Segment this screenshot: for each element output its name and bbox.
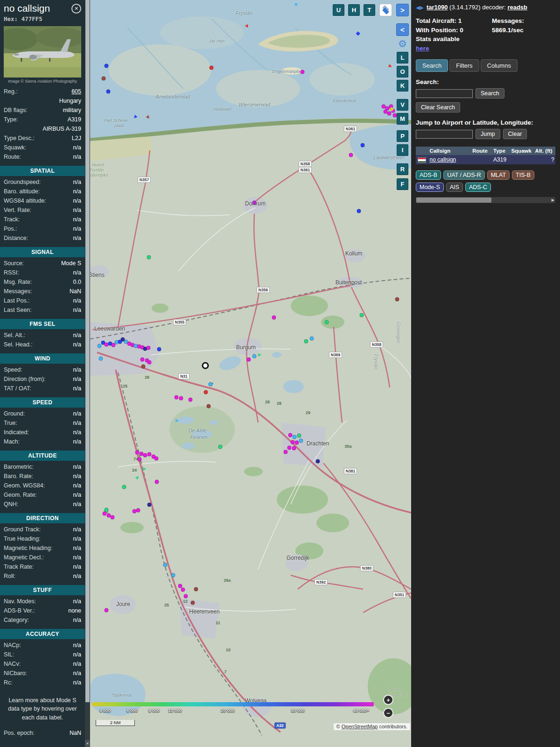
- aircraft-icon[interactable]: ▲: [175, 418, 180, 423]
- aircraft-icon[interactable]: ◆: [389, 106, 393, 112]
- map-mode-button[interactable]: U: [333, 4, 344, 16]
- aircraft-position-dot[interactable]: [135, 451, 140, 455]
- aircraft-position-dot[interactable]: [102, 77, 106, 81]
- aircraft-position-dot[interactable]: [357, 209, 361, 213]
- settings-gear-icon[interactable]: ⚙: [398, 39, 407, 49]
- detail-panel-scrollbar[interactable]: ▼: [85, 0, 90, 747]
- source-filter-chip[interactable]: MLAT: [487, 170, 510, 180]
- aircraft-position-dot[interactable]: [360, 313, 364, 317]
- aircraft-position-dot[interactable]: [293, 435, 297, 439]
- aircraft-position-dot[interactable]: [184, 594, 188, 599]
- aircraft-position-dot[interactable]: [210, 66, 214, 70]
- map-letter-button[interactable]: F: [397, 178, 408, 190]
- stats-here-link[interactable]: here: [416, 45, 429, 52]
- aircraft-position-dot[interactable]: [136, 508, 140, 513]
- source-filter-chip[interactable]: ADS-B: [416, 170, 441, 180]
- zoom-in-button[interactable]: +: [383, 695, 393, 705]
- aircraft-icon[interactable]: ▲: [293, 2, 299, 8]
- aircraft-photo[interactable]: [4, 26, 81, 78]
- aircraft-position-dot[interactable]: [207, 404, 211, 409]
- aircraft-position-dot[interactable]: [155, 480, 159, 484]
- source-filter-chip[interactable]: ADS-C: [465, 183, 491, 192]
- aircraft-position-dot[interactable]: [292, 446, 296, 451]
- aircraft-table-row[interactable]: no callsign A319 ?: [416, 155, 555, 164]
- map-letter-button[interactable]: I: [397, 144, 408, 156]
- aircraft-position-dot[interactable]: [325, 320, 329, 324]
- table-header-row[interactable]: Callsign Route Type Squawk Alt. (ft) S: [416, 147, 555, 155]
- aircraft-position-dot[interactable]: [310, 337, 314, 341]
- tar1090-link[interactable]: tar1090: [427, 4, 448, 11]
- aircraft-position-dot[interactable]: [181, 588, 185, 592]
- aircraft-position-dot[interactable]: [204, 390, 208, 395]
- search-button[interactable]: Search: [476, 88, 504, 99]
- source-filter-chip[interactable]: AIS: [446, 183, 463, 192]
- aircraft-position-dot[interactable]: [103, 512, 107, 516]
- aircraft-position-dot[interactable]: [287, 446, 292, 450]
- scrollbar-right-arrow-icon[interactable]: ▶: [552, 197, 554, 203]
- source-filter-chip[interactable]: TIS-B: [512, 170, 534, 180]
- aircraft-position-dot[interactable]: [157, 347, 161, 352]
- aircraft-position-dot[interactable]: [138, 458, 142, 462]
- map-mode-button[interactable]: T: [364, 4, 375, 16]
- layers-icon[interactable]: [379, 4, 392, 16]
- aircraft-position-dot[interactable]: [111, 515, 115, 520]
- aircraft-position-dot[interactable]: [143, 453, 147, 458]
- aircraft-position-dot[interactable]: [299, 439, 303, 443]
- aircraft-position-dot[interactable]: [106, 90, 111, 94]
- map-letter-button[interactable]: R: [397, 163, 408, 175]
- row-callsign-link[interactable]: no callsign: [430, 156, 456, 163]
- scrollbar-thumb[interactable]: [416, 197, 491, 203]
- aircraft-position-dot[interactable]: [301, 70, 305, 74]
- aircraft-position-dot[interactable]: [284, 450, 288, 454]
- registration-link[interactable]: 605: [71, 88, 81, 96]
- aircraft-position-dot[interactable]: [140, 358, 145, 362]
- scrollbar-down-arrow-icon[interactable]: ▼: [85, 740, 90, 747]
- scrollbar-thumb[interactable]: [85, 0, 90, 702]
- aircraft-position-dot[interactable]: [247, 358, 251, 362]
- panel-narrow-icon[interactable]: ▶: [420, 5, 423, 10]
- close-icon[interactable]: ✕: [71, 4, 81, 14]
- aircraft-position-dot[interactable]: [189, 398, 193, 402]
- aircraft-position-dot[interactable]: [99, 357, 103, 361]
- source-filter-chip[interactable]: Mode-S: [416, 183, 444, 192]
- aircraft-position-dot[interactable]: [218, 445, 223, 449]
- aircraft-position-dot[interactable]: [179, 396, 183, 401]
- clear-search-button[interactable]: Clear Search: [416, 102, 460, 113]
- aircraft-position-dot[interactable]: [209, 382, 213, 387]
- map-letter-button[interactable]: V: [397, 99, 408, 111]
- readsb-link[interactable]: readsb: [507, 4, 527, 11]
- aircraft-position-dot[interactable]: [154, 457, 159, 461]
- aircraft-position-dot[interactable]: [163, 563, 168, 567]
- aircraft-position-dot[interactable]: [147, 255, 151, 260]
- aircraft-position-dot[interactable]: [105, 608, 109, 613]
- aircraft-position-dot[interactable]: [291, 440, 295, 444]
- search-input[interactable]: [416, 89, 473, 98]
- aircraft-position-dot[interactable]: [316, 459, 320, 464]
- table-horizontal-scrollbar[interactable]: ▶: [416, 197, 555, 203]
- tab-button[interactable]: Filters: [449, 59, 479, 72]
- aircraft-position-dot[interactable]: [105, 64, 109, 68]
- selected-aircraft-marker[interactable]: [202, 362, 209, 369]
- source-filter-chip[interactable]: UAT / ADS-R: [443, 170, 484, 180]
- aircraft-position-dot[interactable]: [191, 601, 195, 605]
- map-mode-button[interactable]: H: [348, 4, 360, 16]
- aircraft-position-dot[interactable]: [171, 573, 175, 578]
- aircraft-position-dot[interactable]: [147, 360, 152, 365]
- map-letter-button[interactable]: M: [397, 113, 408, 125]
- aircraft-position-dot[interactable]: [175, 395, 179, 400]
- zoom-out-button[interactable]: −: [383, 708, 393, 718]
- aircraft-position-dot[interactable]: [194, 587, 198, 592]
- aircraft-position-dot[interactable]: [349, 153, 353, 157]
- tab-button[interactable]: Columns: [481, 59, 518, 72]
- aircraft-position-dot[interactable]: [141, 365, 146, 369]
- aircraft-position-dot[interactable]: [105, 508, 109, 512]
- map-letter-button[interactable]: K: [397, 80, 408, 92]
- aircraft-position-dot[interactable]: [98, 344, 102, 348]
- map-letter-button[interactable]: P: [397, 130, 408, 142]
- jump-input[interactable]: [416, 130, 473, 139]
- map[interactable]: FryslânDe HonEngelsmanplaatAmelanderwadW…: [90, 0, 411, 747]
- map-letter-button[interactable]: O: [397, 66, 408, 78]
- aircraft-position-dot[interactable]: [122, 485, 126, 489]
- aircraft-position-dot[interactable]: [297, 434, 301, 438]
- map-letter-button[interactable]: L: [397, 52, 408, 63]
